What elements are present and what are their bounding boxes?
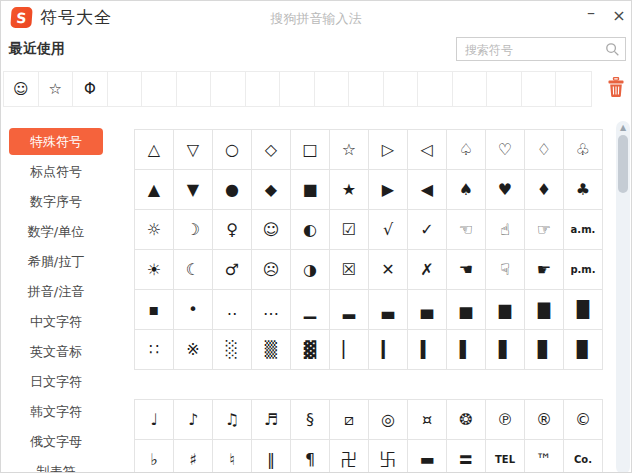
symbol-cell[interactable]: ♀	[213, 210, 252, 250]
symbol-cell[interactable]: ■	[291, 170, 330, 210]
symbol-cell[interactable]: ★	[330, 170, 369, 210]
recent-symbol-cell[interactable]	[177, 72, 212, 106]
symbol-cell[interactable]: □	[291, 130, 330, 170]
symbol-cell[interactable]: √	[369, 210, 408, 250]
symbol-cell[interactable]: ◀	[408, 170, 447, 210]
symbol-cell[interactable]: ♭	[135, 440, 174, 473]
trash-icon[interactable]	[607, 77, 625, 97]
symbol-cell[interactable]: ™	[525, 440, 564, 473]
recent-symbol-cell[interactable]	[211, 72, 246, 106]
symbol-cell[interactable]: ☼	[135, 210, 174, 250]
search-box[interactable]	[456, 37, 626, 61]
recent-symbol-cell[interactable]	[384, 72, 419, 106]
symbol-cell[interactable]: ✗	[408, 250, 447, 290]
search-icon[interactable]	[605, 42, 620, 57]
symbol-cell[interactable]: ☟	[486, 250, 525, 290]
symbol-cell[interactable]: ◐	[291, 210, 330, 250]
sidebar-item-8[interactable]: 英文音标	[9, 338, 103, 365]
sidebar-item-7[interactable]: 中文字符	[9, 308, 103, 335]
recent-symbol-cell[interactable]	[246, 72, 281, 106]
symbol-cell[interactable]: ♤	[447, 130, 486, 170]
symbol-cell[interactable]: ☞	[525, 210, 564, 250]
close-button[interactable]: ×	[607, 4, 631, 28]
symbol-cell[interactable]: ☛	[525, 250, 564, 290]
symbol-cell[interactable]: ♢	[525, 130, 564, 170]
symbol-cell[interactable]: ▍	[408, 330, 447, 370]
symbol-cell[interactable]: ▁	[291, 290, 330, 330]
symbol-cell[interactable]: ✕	[369, 250, 408, 290]
recent-symbol-cell[interactable]	[142, 72, 177, 106]
symbol-cell[interactable]: ◁	[408, 130, 447, 170]
symbol-cell[interactable]: ◆	[252, 170, 291, 210]
symbol-cell[interactable]: ●	[213, 170, 252, 210]
symbol-cell[interactable]: ※	[174, 330, 213, 370]
symbol-cell[interactable]: ♣	[564, 170, 603, 210]
symbol-cell[interactable]: ☺	[252, 210, 291, 250]
symbol-cell[interactable]: ☀	[135, 250, 174, 290]
recent-symbol-cell[interactable]	[487, 72, 522, 106]
symbol-cell[interactable]: ♠	[447, 170, 486, 210]
symbol-cell[interactable]: ✓	[408, 210, 447, 250]
sidebar-item-6[interactable]: 拼音/注音	[9, 278, 103, 305]
symbol-cell[interactable]: a.m.	[564, 210, 603, 250]
sidebar-item-9[interactable]: 日文字符	[9, 368, 103, 395]
symbol-cell[interactable]: ▋	[486, 330, 525, 370]
symbol-cell[interactable]: ▲	[135, 170, 174, 210]
symbol-cell[interactable]: ▶	[369, 170, 408, 210]
symbol-cell[interactable]: ‥	[213, 290, 252, 330]
symbol-cell[interactable]: ◇	[252, 130, 291, 170]
symbol-cell[interactable]: ☆	[330, 130, 369, 170]
symbol-cell[interactable]: ▽	[174, 130, 213, 170]
symbol-cell[interactable]: ♂	[213, 250, 252, 290]
symbol-cell[interactable]: █	[564, 290, 603, 330]
symbol-cell[interactable]: ▏	[330, 330, 369, 370]
symbol-cell[interactable]: △	[135, 130, 174, 170]
symbol-cell[interactable]: •	[174, 290, 213, 330]
scrollbar-up-arrow-icon[interactable]: ▲	[616, 123, 630, 133]
symbol-cell[interactable]: ☝	[486, 210, 525, 250]
symbol-cell[interactable]: ▂	[330, 290, 369, 330]
sidebar-item-4[interactable]: 数学/单位	[9, 218, 103, 245]
symbol-cell[interactable]: ▼	[174, 170, 213, 210]
symbol-cell[interactable]: ⧄	[330, 400, 369, 440]
recent-symbol-cell[interactable]	[280, 72, 315, 106]
recent-symbol-cell[interactable]	[349, 72, 384, 106]
symbol-cell[interactable]: ∷	[135, 330, 174, 370]
symbol-cell[interactable]: ▃	[369, 290, 408, 330]
symbol-cell[interactable]: ▆	[486, 290, 525, 330]
symbol-cell[interactable]: 卍	[330, 440, 369, 473]
symbol-cell[interactable]: ♯	[174, 440, 213, 473]
symbol-cell[interactable]: ☾	[174, 250, 213, 290]
symbol-cell[interactable]: ▒	[252, 330, 291, 370]
recent-symbol-cell[interactable]	[522, 72, 557, 106]
symbol-cell[interactable]: ▬	[408, 440, 447, 473]
sidebar-item-12[interactable]: 制表符	[9, 458, 103, 473]
symbol-cell[interactable]: ♬	[252, 400, 291, 440]
symbol-cell[interactable]: ℗	[486, 400, 525, 440]
symbol-cell[interactable]: ♪	[174, 400, 213, 440]
symbol-cell[interactable]: …	[252, 290, 291, 330]
sidebar-item-2[interactable]: 标点符号	[9, 158, 103, 185]
minimize-button[interactable]: –	[579, 1, 603, 25]
recent-symbol-cell[interactable]	[108, 72, 143, 106]
symbol-cell[interactable]: ¶	[291, 440, 330, 473]
symbol-cell[interactable]: ▪	[135, 290, 174, 330]
symbol-cell[interactable]: ▅	[447, 290, 486, 330]
symbol-cell[interactable]: ♡	[486, 130, 525, 170]
symbol-cell[interactable]: ▓	[291, 330, 330, 370]
symbol-cell[interactable]: ○	[213, 130, 252, 170]
symbol-cell[interactable]: ☚	[447, 250, 486, 290]
symbol-cell[interactable]: ▎	[369, 330, 408, 370]
symbol-cell[interactable]: ▉	[564, 330, 603, 370]
symbol-cell[interactable]: 卐	[369, 440, 408, 473]
sidebar-item-3[interactable]: 数字序号	[9, 188, 103, 215]
symbol-cell[interactable]: ☒	[330, 250, 369, 290]
recent-symbol-cell[interactable]	[315, 72, 350, 106]
sidebar-item-5[interactable]: 希腊/拉丁	[9, 248, 103, 275]
symbol-cell[interactable]: 〓	[447, 440, 486, 473]
sidebar-item-10[interactable]: 韩文字符	[9, 398, 103, 425]
symbol-cell[interactable]: ☜	[447, 210, 486, 250]
symbol-cell[interactable]: ‖	[252, 440, 291, 473]
symbol-cell[interactable]: ◑	[291, 250, 330, 290]
recent-symbol-cell[interactable]: ☆	[39, 72, 74, 106]
